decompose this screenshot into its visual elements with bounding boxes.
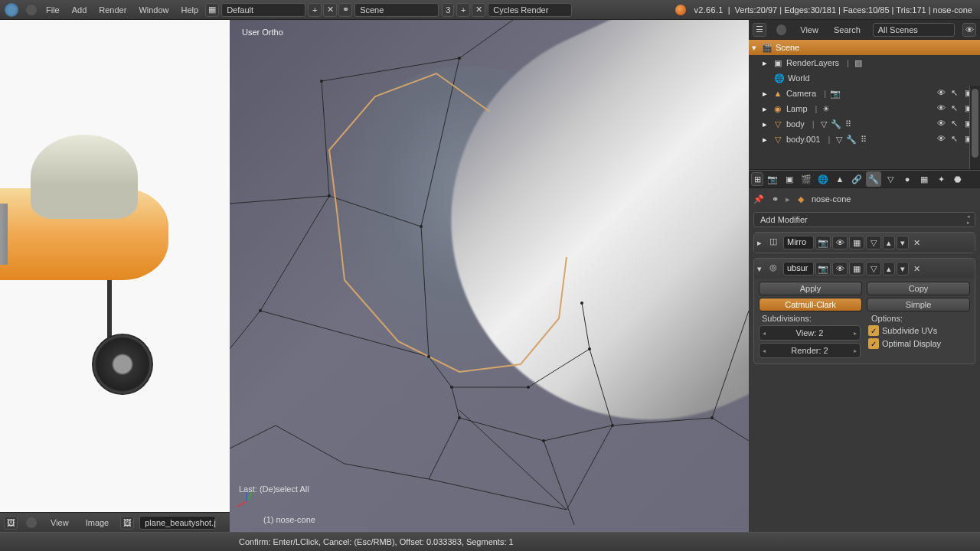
physics-tab[interactable]: ⬣: [950, 171, 965, 187]
expand-icon[interactable]: [26, 517, 37, 528]
image-browse-icon[interactable]: 🖼: [120, 516, 134, 530]
add-scene-button[interactable]: +: [456, 3, 470, 17]
3d-viewport[interactable]: User Ortho Last: (De)select All (1) nose…: [230, 20, 749, 532]
modifier-icon[interactable]: 🔧: [845, 133, 858, 145]
reference-image[interactable]: [0, 20, 230, 527]
camera-data-icon[interactable]: 📷: [829, 87, 841, 99]
modifier-name-field[interactable]: Mirro: [783, 236, 814, 249]
render-visibility-toggle[interactable]: 📷: [815, 262, 831, 276]
screen-layout-icon[interactable]: ▦: [205, 3, 219, 17]
apply-button[interactable]: Apply: [759, 282, 862, 295]
outliner-item-camera[interactable]: ▸ ▲ Camera | 📷 👁↖▣: [749, 86, 980, 101]
image-editor-icon[interactable]: 🖼: [4, 516, 18, 530]
world-tab[interactable]: 🌐: [815, 171, 831, 187]
outliner-display-mode[interactable]: All Scenes: [873, 23, 956, 37]
move-down-button[interactable]: ▾: [897, 236, 909, 249]
outliner-editor-icon[interactable]: ☰: [753, 23, 766, 37]
image-image-menu[interactable]: Image: [80, 518, 116, 527]
visibility-toggle[interactable]: 👁: [937, 88, 948, 99]
properties-editor-icon[interactable]: ⊞: [751, 172, 763, 186]
delete-modifier-button[interactable]: ✕: [910, 262, 923, 276]
scene-select[interactable]: Scene: [354, 3, 439, 17]
scene-browse-icon[interactable]: ⚭: [338, 3, 352, 17]
visibility-toggle[interactable]: 👁: [937, 134, 948, 145]
simple-toggle[interactable]: Simple: [867, 298, 970, 311]
outliner-tree[interactable]: ▾ 🎬 Scene ▸ ▣ RenderLayers | ▥ 🌐 World ▸…: [749, 40, 980, 170]
collapse-icon[interactable]: ▾: [757, 264, 768, 274]
cage-toggle[interactable]: ▽: [866, 236, 881, 249]
image-view-menu[interactable]: View: [44, 518, 75, 527]
delete-modifier-button[interactable]: ✕: [910, 236, 923, 249]
particles-tab[interactable]: ✦: [933, 171, 949, 187]
selectable-toggle[interactable]: ↖: [951, 134, 962, 145]
editmode-visibility-toggle[interactable]: ▦: [849, 262, 864, 276]
outliner-view-menu[interactable]: View: [795, 24, 823, 36]
material-tab[interactable]: ●: [900, 171, 915, 187]
cage-toggle[interactable]: ▽: [866, 262, 881, 276]
menu-help[interactable]: Help: [175, 5, 205, 15]
visibility-toggle[interactable]: 👁: [937, 119, 948, 129]
viewport-visibility-toggle[interactable]: 👁: [832, 236, 848, 249]
add-modifier-dropdown[interactable]: Add Modifier: [753, 212, 975, 227]
expand-icon[interactable]: ▸: [763, 58, 772, 68]
outliner-item-renderlayers[interactable]: ▸ ▣ RenderLayers | ▥: [749, 55, 980, 70]
info-editor-icon[interactable]: [5, 3, 18, 17]
modifier-icon[interactable]: 🔧: [830, 118, 842, 130]
modifier-name-field[interactable]: ubsur: [783, 262, 814, 276]
menu-window[interactable]: Window: [132, 5, 175, 15]
outliner-item-body001[interactable]: ▸ ▽ body.001 | ▽ 🔧 ⠿ 👁↖▣: [749, 132, 980, 147]
subdivide-uvs-checkbox[interactable]: ✓ Subdivide UVs: [868, 325, 970, 336]
scene-users[interactable]: 3: [442, 3, 454, 17]
viewport-visibility-toggle[interactable]: 👁: [832, 262, 848, 276]
selectable-toggle[interactable]: ↖: [951, 88, 962, 99]
outliner-filter-icon[interactable]: 👁: [962, 23, 976, 37]
mesh-data-icon[interactable]: ▽: [833, 133, 845, 145]
expand-icon[interactable]: ▸: [757, 238, 768, 248]
remove-layout-button[interactable]: ✕: [323, 3, 337, 17]
optimal-display-checkbox[interactable]: ✓ Optimal Display: [868, 338, 970, 349]
renderlayers-tab[interactable]: ▣: [782, 171, 797, 187]
view-subdivisions-field[interactable]: View: 2: [759, 325, 861, 341]
scene-crumb-icon[interactable]: ⚭: [769, 193, 781, 205]
modifiers-tab[interactable]: 🔧: [866, 171, 881, 187]
selectable-toggle[interactable]: ↖: [951, 119, 962, 129]
outliner-search-menu[interactable]: Search: [829, 24, 865, 36]
expand-icon[interactable]: ▸: [763, 104, 772, 114]
editmode-visibility-toggle[interactable]: ▦: [849, 236, 864, 249]
outliner-item-world[interactable]: 🌐 World: [749, 70, 980, 86]
constraints-tab[interactable]: 🔗: [849, 171, 864, 187]
outliner-item-body[interactable]: ▸ ▽ body | ▽ 🔧 ⠿ 👁↖▣: [749, 116, 980, 132]
modifier-cage-icon[interactable]: ⠿: [842, 118, 854, 130]
object-tab[interactable]: ▲: [832, 171, 848, 187]
render-visibility-toggle[interactable]: 📷: [815, 236, 831, 249]
menu-file[interactable]: File: [40, 5, 66, 15]
outliner-scrollbar[interactable]: [969, 86, 980, 170]
catmull-clark-toggle[interactable]: Catmull-Clark: [759, 298, 862, 311]
render-engine-select[interactable]: Cycles Render: [488, 3, 572, 17]
render-tab[interactable]: 📷: [765, 171, 780, 187]
screen-layout-select[interactable]: Default: [221, 3, 305, 17]
mesh-data-icon[interactable]: ▽: [818, 118, 830, 130]
object-crumb-icon[interactable]: ◆: [795, 193, 807, 205]
menu-render[interactable]: Render: [93, 5, 132, 15]
outliner-scene-row[interactable]: ▾ 🎬 Scene: [749, 40, 980, 55]
scene-tab[interactable]: 🎬: [799, 171, 814, 187]
outliner-expand-icon[interactable]: [776, 24, 787, 35]
expand-icon[interactable]: ▸: [763, 89, 772, 99]
lamp-data-icon[interactable]: ☀: [820, 103, 832, 115]
render-subdivisions-field[interactable]: Render: 2: [759, 343, 861, 358]
expand-icon[interactable]: ▸: [763, 119, 772, 129]
pin-icon[interactable]: 📌: [753, 194, 764, 204]
renderlayer-data-icon[interactable]: ▥: [852, 57, 864, 69]
modifier-cage-icon[interactable]: ⠿: [858, 133, 870, 145]
add-layout-button[interactable]: +: [308, 3, 322, 17]
remove-scene-button[interactable]: ✕: [472, 3, 485, 17]
editor-type-icon[interactable]: [26, 5, 37, 15]
menu-add[interactable]: Add: [66, 5, 93, 15]
outliner-item-lamp[interactable]: ▸ ◉ Lamp | ☀ 👁↖▣: [749, 101, 980, 116]
texture-tab[interactable]: ▦: [916, 171, 932, 187]
visibility-toggle[interactable]: 👁: [937, 103, 948, 114]
move-up-button[interactable]: ▴: [883, 236, 895, 249]
copy-button[interactable]: Copy: [867, 282, 970, 295]
image-datablock-field[interactable]: plane_beautyshot.j: [139, 516, 216, 530]
